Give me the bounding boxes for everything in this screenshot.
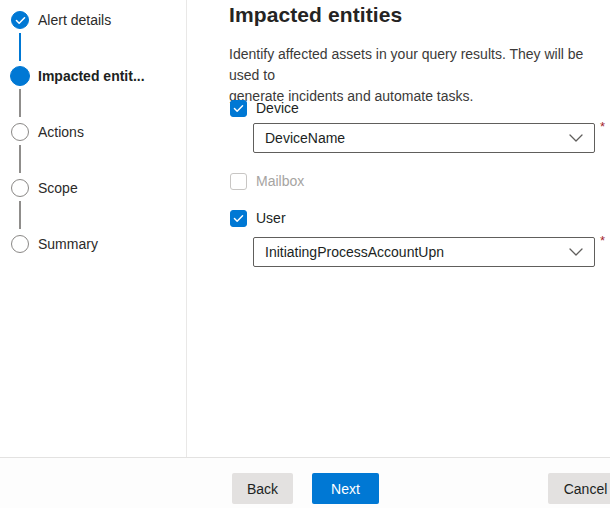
device-checkbox[interactable] [230,100,247,117]
cancel-button[interactable]: Cancel [548,473,610,504]
step-circle-scope[interactable] [11,179,29,197]
checkmark-icon [15,16,26,25]
chevron-down-icon [569,248,583,256]
stepper-item-impacted-entities[interactable]: Impacted entit... [38,66,145,86]
mailbox-checkbox-label: Mailbox [256,173,304,190]
device-required-asterisk: * [600,120,605,133]
user-required-asterisk: * [600,234,605,247]
step-connector [19,145,21,173]
mailbox-checkbox [230,173,247,190]
step-circle-actions[interactable] [11,123,29,141]
back-button[interactable]: Back [232,473,293,504]
step-connector [19,33,21,61]
checkmark-icon [233,104,244,113]
chevron-down-icon [569,134,583,142]
wizard-footer: Back Next Cancel [0,457,610,508]
stepper-item-actions[interactable]: Actions [38,122,84,142]
user-checkbox-label[interactable]: User [256,210,286,227]
device-field-dropdown[interactable]: DeviceName [253,123,595,153]
page-title: Impacted entities [229,3,402,27]
stepper-item-summary[interactable]: Summary [38,234,98,254]
step-connector [19,89,21,117]
step-circle-summary[interactable] [11,235,29,253]
page-description: Identify affected assets in your query r… [229,44,610,107]
device-field-value: DeviceName [265,130,345,146]
step-circle-alert-details[interactable] [11,11,29,29]
checkmark-icon [233,214,244,223]
step-circle-impacted-entities[interactable] [10,66,30,86]
stepper-item-alert-details[interactable]: Alert details [38,10,111,30]
step-connector [19,201,21,229]
user-field-dropdown[interactable]: InitiatingProcessAccountUpn [253,237,595,267]
device-checkbox-label[interactable]: Device [256,100,299,117]
wizard-stepper-sidebar: Alert details Impacted entit... Actions … [0,0,187,457]
page-description-line: Identify affected assets in your query r… [229,44,610,86]
stepper-item-scope[interactable]: Scope [38,178,78,198]
user-checkbox[interactable] [230,210,247,227]
next-button[interactable]: Next [312,473,379,504]
user-field-value: InitiatingProcessAccountUpn [265,244,444,260]
